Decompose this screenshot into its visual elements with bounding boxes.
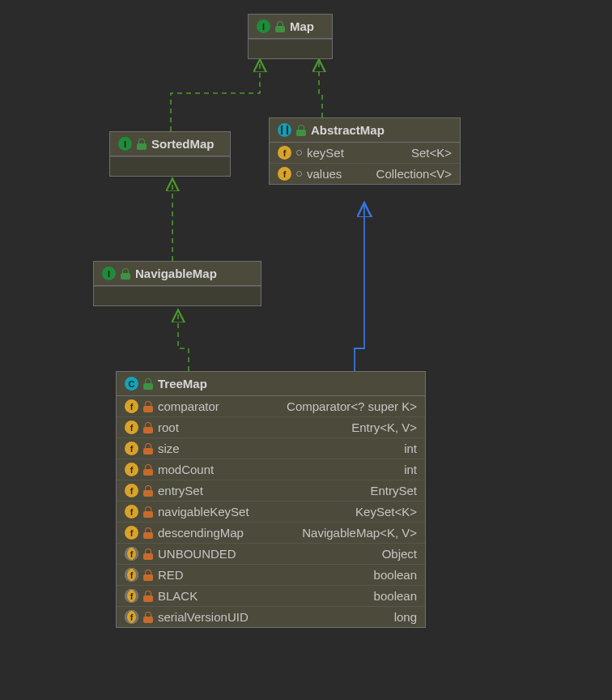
field-type: long <box>394 610 417 624</box>
field-row: fdescendingMapNavigableMap<K, V> <box>117 523 425 544</box>
field-name: UNBOUNDED <box>158 547 236 561</box>
field-row: fUNBOUNDEDObject <box>117 544 425 565</box>
field-type: Collection<V> <box>376 167 452 181</box>
field-icon: f <box>125 547 138 561</box>
node-header: C TreeMap <box>117 372 425 396</box>
visibility-package-icon <box>296 150 302 156</box>
interface-icon: I <box>118 137 132 151</box>
visibility-package-icon <box>296 171 302 177</box>
node-header: I SortedMap <box>110 132 230 156</box>
field-name: root <box>158 420 179 434</box>
field-icon: f <box>278 146 291 160</box>
field-type: int <box>404 442 417 455</box>
visibility-private-icon <box>143 485 153 497</box>
field-row: f keySet Set<K> <box>270 143 460 164</box>
field-row: fnavigableKeySetKeySet<K> <box>117 502 425 523</box>
class-name: SortedMap <box>151 137 215 151</box>
field-name: navigableKeySet <box>158 505 249 519</box>
visibility-private-icon <box>143 612 153 623</box>
field-name: modCount <box>158 463 214 476</box>
field-icon: f <box>125 463 138 476</box>
field-row: frootEntry<K, V> <box>117 417 425 438</box>
field-row: fREDboolean <box>117 565 425 586</box>
class-name: AbstractMap <box>311 123 385 137</box>
field-type: Comparator<? super K> <box>287 399 417 413</box>
field-type: EntrySet <box>370 484 417 497</box>
class-name: Map <box>290 19 314 33</box>
visibility-private-icon <box>143 401 153 412</box>
field-type: Set<K> <box>411 146 452 160</box>
visibility-private-icon <box>143 443 153 455</box>
field-icon: f <box>125 526 138 540</box>
node-navigablemap[interactable]: I NavigableMap <box>93 261 261 306</box>
field-type: int <box>404 463 417 476</box>
field-icon: f <box>125 442 138 455</box>
field-type: Entry<K, V> <box>351 420 417 434</box>
abstract-class-icon <box>278 123 291 137</box>
class-name: NavigableMap <box>135 267 217 280</box>
node-treemap[interactable]: C TreeMap fcomparatorComparator<? super … <box>116 371 426 628</box>
visibility-private-icon <box>143 464 153 476</box>
field-icon: f <box>125 399 138 413</box>
visibility-private-icon <box>143 548 153 560</box>
interface-icon: I <box>257 19 270 33</box>
lock-icon <box>296 125 306 136</box>
field-row: fentrySetEntrySet <box>117 480 425 502</box>
field-name: serialVersionUID <box>158 610 249 624</box>
lock-icon <box>121 268 130 280</box>
visibility-private-icon <box>143 422 153 433</box>
node-header: I Map <box>249 15 332 39</box>
field-name: size <box>158 442 180 455</box>
field-row: fserialVersionUIDlong <box>117 607 425 627</box>
node-sortedmap[interactable]: I SortedMap <box>109 131 231 177</box>
visibility-private-icon <box>143 570 153 581</box>
node-header: I NavigableMap <box>94 262 261 286</box>
node-header: AbstractMap <box>270 118 460 143</box>
edge-treemap-abstractmap <box>355 204 364 371</box>
field-row: fcomparatorComparator<? super K> <box>117 396 425 417</box>
visibility-private-icon <box>143 506 153 518</box>
edge-treemap-navigablemap <box>178 311 189 371</box>
node-body <box>249 39 332 58</box>
field-name: entrySet <box>158 484 203 497</box>
field-icon: f <box>125 484 138 497</box>
visibility-private-icon <box>143 527 153 539</box>
field-name: values <box>307 167 342 181</box>
lock-icon <box>275 21 285 32</box>
field-type: boolean <box>374 589 417 603</box>
field-icon: f <box>125 505 138 519</box>
field-row: fBLACKboolean <box>117 586 425 607</box>
field-name: RED <box>158 568 184 582</box>
edge-abstractmap-map <box>319 61 322 117</box>
field-name: comparator <box>158 399 219 413</box>
edge-sortedmap-map <box>171 61 260 131</box>
field-icon: f <box>278 167 291 181</box>
node-body: fcomparatorComparator<? super K>frootEnt… <box>117 396 425 627</box>
lock-icon <box>137 139 147 150</box>
node-abstractmap[interactable]: AbstractMap f keySet Set<K> f values Col… <box>269 117 461 185</box>
field-name: keySet <box>307 146 344 160</box>
visibility-private-icon <box>143 591 153 602</box>
class-name: TreeMap <box>158 377 207 391</box>
field-row: fmodCountint <box>117 459 425 480</box>
node-map[interactable]: I Map <box>248 14 333 59</box>
field-icon: f <box>125 589 138 603</box>
field-icon: f <box>125 610 138 624</box>
node-body: f keySet Set<K> f values Collection<V> <box>270 143 460 184</box>
field-icon: f <box>125 420 138 434</box>
field-type: KeySet<K> <box>355 505 417 519</box>
interface-icon: I <box>102 267 116 280</box>
field-type: boolean <box>374 568 417 582</box>
field-icon: f <box>125 568 138 582</box>
field-row: f values Collection<V> <box>270 164 460 184</box>
field-type: Object <box>382 547 417 561</box>
field-type: NavigableMap<K, V> <box>302 526 417 540</box>
field-name: BLACK <box>158 589 198 603</box>
lock-icon <box>143 378 153 390</box>
class-icon: C <box>125 377 138 391</box>
field-name: descendingMap <box>158 526 244 540</box>
field-row: fsizeint <box>117 438 425 459</box>
node-body <box>94 286 261 305</box>
node-body <box>110 156 230 176</box>
